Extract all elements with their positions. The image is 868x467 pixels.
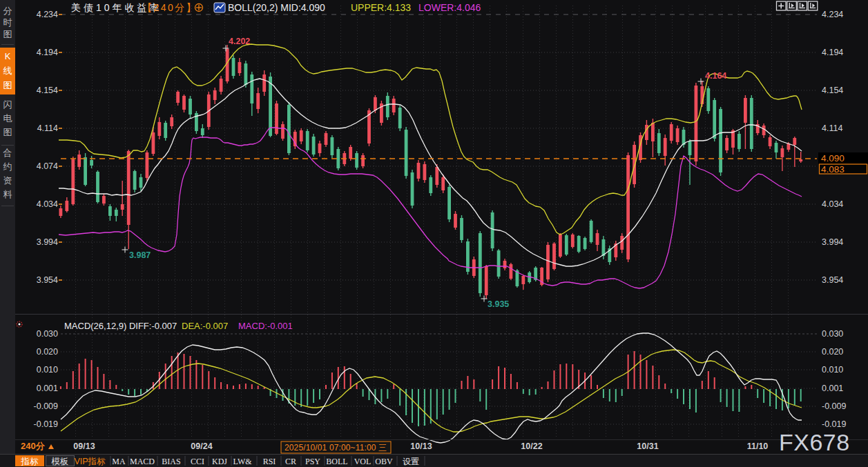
svg-text:K: K [5,51,11,61]
svg-text:资: 资 [3,175,12,186]
svg-text:MA: MA [112,457,126,466]
svg-text:4.194: 4.194 [37,48,58,57]
svg-text:-0.009: -0.009 [34,401,58,411]
svg-text:0.030: 0.030 [822,329,843,339]
svg-text:DEA:-0.007: DEA:-0.007 [182,321,228,331]
svg-text:VIP指标: VIP指标 [74,457,106,466]
svg-text:3.987: 3.987 [129,250,151,260]
svg-text:10/22: 10/22 [521,441,542,451]
svg-text:OBV: OBV [375,457,393,466]
svg-text:0.030: 0.030 [37,329,58,339]
svg-text:图: 图 [3,29,12,39]
svg-text:电: 电 [3,113,12,123]
svg-text:图: 图 [3,80,12,90]
svg-text:PSY: PSY [305,457,320,466]
svg-text:线: 线 [3,66,12,76]
svg-text:分: 分 [3,6,12,16]
svg-text:3.935: 3.935 [488,299,509,309]
svg-text:LOWER:4.046: LOWER:4.046 [418,2,481,13]
svg-text:4.194: 4.194 [822,48,843,57]
svg-text:【240分】: 【240分】 [142,2,197,13]
svg-text:KDJ: KDJ [212,457,227,466]
svg-text:0.001: 0.001 [37,384,58,393]
svg-text:RSI: RSI [263,457,276,466]
svg-text:0.010: 0.010 [37,365,58,375]
svg-text:4.202: 4.202 [229,37,250,46]
svg-text:-0.019: -0.019 [822,419,846,429]
svg-text:4.164: 4.164 [705,71,726,81]
svg-text:MACD(26,12,9) DIFF:-0.007: MACD(26,12,9) DIFF:-0.007 [64,321,177,331]
svg-text:4.154: 4.154 [37,86,58,95]
svg-text:3.954: 3.954 [822,275,843,285]
svg-text:4.034: 4.034 [822,199,843,209]
svg-text:4.114: 4.114 [37,123,58,133]
svg-text:VOL: VOL [354,457,372,466]
svg-text:4.090: 4.090 [821,153,845,163]
svg-text:指标: 指标 [21,457,39,466]
svg-text:240分: 240分 [21,441,46,451]
svg-text:4.114: 4.114 [822,123,842,133]
svg-text:-0.019: -0.019 [34,419,58,429]
svg-text:MACD: MACD [130,457,155,466]
svg-text:CCI: CCI [191,457,204,466]
svg-text:0.020: 0.020 [37,347,58,357]
svg-text:约: 约 [3,161,12,172]
svg-text:设置: 设置 [403,457,419,466]
svg-text:4.154: 4.154 [822,86,843,95]
svg-text:0.020: 0.020 [822,347,843,357]
svg-text:11/10: 11/10 [747,441,769,451]
svg-text:09/24: 09/24 [191,441,212,451]
svg-text:-0.009: -0.009 [822,401,846,411]
svg-text:MACD:-0.001: MACD:-0.001 [238,321,293,331]
svg-text:BOLL(20,2) MID:4.090: BOLL(20,2) MID:4.090 [228,2,325,13]
svg-text:LW&: LW& [233,457,252,466]
svg-text:3.994: 3.994 [822,237,843,247]
svg-text:0.001: 0.001 [822,384,843,393]
svg-text:模板: 模板 [51,457,69,466]
svg-text:时: 时 [3,17,12,28]
svg-text:2025/10/01 07:00~11:00 三: 2025/10/01 07:00~11:00 三 [284,443,387,453]
svg-text:09/13: 09/13 [73,441,95,451]
svg-text:料: 料 [3,189,12,199]
svg-text:CR: CR [285,457,296,466]
svg-text:0.010: 0.010 [822,365,843,375]
svg-text:4.083: 4.083 [821,164,845,175]
svg-text:4.234: 4.234 [822,10,843,19]
svg-text:4.034: 4.034 [37,199,58,209]
svg-text:10/31: 10/31 [637,441,658,451]
svg-text:3.994: 3.994 [37,237,58,247]
svg-text:3.954: 3.954 [37,275,58,285]
svg-text:10/13: 10/13 [410,441,432,451]
svg-text:闪: 闪 [3,99,12,110]
svg-text:UPPER:4.133: UPPER:4.133 [351,2,411,13]
svg-text:4.074: 4.074 [37,161,58,171]
svg-text:4.234: 4.234 [37,10,58,19]
svg-text:合: 合 [3,148,12,158]
svg-text:FX678: FX678 [779,429,850,455]
svg-text:BOLL: BOLL [326,457,347,466]
svg-text:BIAS: BIAS [162,457,180,466]
svg-text:图: 图 [3,127,12,137]
